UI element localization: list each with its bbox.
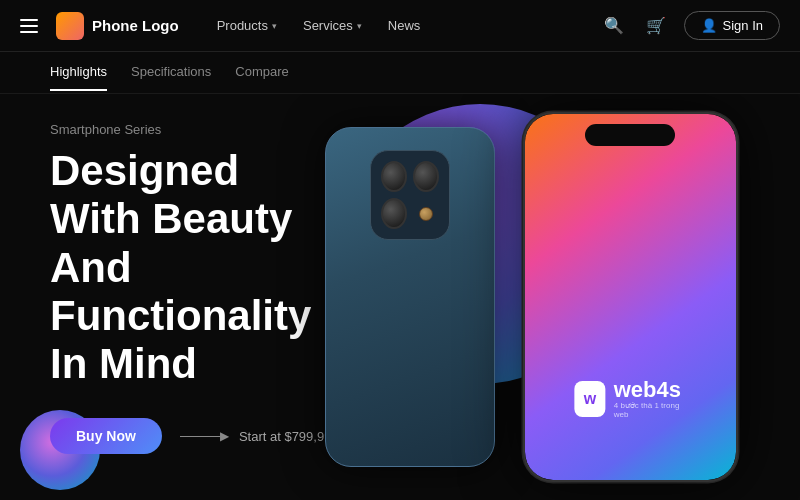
chevron-down-icon: ▾ (357, 21, 362, 31)
signin-button[interactable]: 👤 Sign In (684, 11, 780, 40)
tab-specifications[interactable]: Specifications (131, 64, 211, 91)
logo-text: Phone Logo (92, 17, 179, 34)
tabs-bar: Highlights Specifications Compare (0, 52, 800, 94)
camera-flash (419, 207, 433, 221)
camera-module (370, 150, 450, 240)
phone-back-body (325, 127, 495, 467)
watermark: w web4s 4 bước thà 1 trong web (574, 379, 685, 420)
logo-icon (56, 12, 84, 40)
navbar: Phone Logo Products ▾ Services ▾ News 🔍 … (0, 0, 800, 52)
nav-right: 🔍 🛒 👤 Sign In (600, 11, 780, 40)
hero-actions: Buy Now ▶ Start at $799,99 (50, 418, 340, 454)
hero-section: Smartphone Series Designed With Beauty A… (0, 94, 800, 500)
hamburger-menu[interactable] (20, 19, 38, 33)
logo[interactable]: Phone Logo (56, 12, 179, 40)
phone-notch (585, 124, 675, 146)
nav-services[interactable]: Services ▾ (293, 14, 372, 37)
watermark-brand: web4s (614, 379, 686, 401)
watermark-sub: 4 bước thà 1 trong web (614, 401, 686, 420)
price-info: ▶ Start at $799,99 (180, 429, 332, 444)
camera-lens-2 (413, 161, 439, 192)
search-button[interactable]: 🔍 (600, 12, 628, 39)
cart-button[interactable]: 🛒 (642, 12, 670, 39)
watermark-icon: w (574, 381, 605, 417)
hero-subtitle: Smartphone Series (50, 122, 340, 137)
phone-front-view: w web4s 4 bước thà 1 trong web (510, 94, 750, 500)
phone-screen (525, 114, 736, 480)
hero-title: Designed With Beauty And Functionality I… (50, 147, 340, 388)
nav-products[interactable]: Products ▾ (207, 14, 287, 37)
chevron-down-icon: ▾ (272, 21, 277, 31)
hero-content: Smartphone Series Designed With Beauty A… (50, 122, 340, 454)
phone-back-view (310, 94, 510, 500)
nav-left: Phone Logo Products ▾ Services ▾ News (20, 12, 430, 40)
arrow-icon: ▶ (180, 429, 229, 443)
camera-lens-3 (381, 198, 407, 229)
camera-lens-1 (381, 161, 407, 192)
nav-news[interactable]: News (378, 14, 431, 37)
watermark-text: web4s 4 bước thà 1 trong web (614, 379, 686, 420)
phone-front-body: w web4s 4 bước thà 1 trong web (523, 112, 738, 482)
tab-compare[interactable]: Compare (235, 64, 288, 91)
nav-links: Products ▾ Services ▾ News (207, 14, 431, 37)
tab-highlights[interactable]: Highlights (50, 64, 107, 91)
buy-now-button[interactable]: Buy Now (50, 418, 162, 454)
user-icon: 👤 (701, 18, 717, 33)
